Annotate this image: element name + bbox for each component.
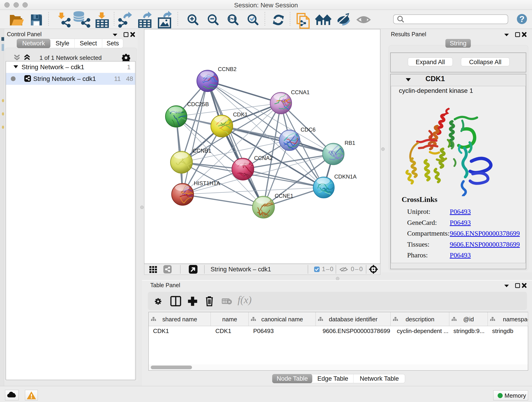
svg-text:CDC25B: CDC25B bbox=[187, 101, 209, 107]
svg-text:CDKN1A: CDKN1A bbox=[334, 173, 356, 180]
svg-text:CCNE1: CCNE1 bbox=[275, 193, 293, 199]
svg-text:CCNA1: CCNA1 bbox=[291, 89, 310, 95]
svg-text:?: ? bbox=[519, 14, 525, 24]
svg-text:CDC6: CDC6 bbox=[301, 127, 316, 133]
svg-text:CDK1: CDK1 bbox=[233, 111, 248, 118]
svg-text:HIST1H1A: HIST1H1A bbox=[194, 180, 220, 186]
svg-text:CCNA2: CCNA2 bbox=[254, 155, 273, 161]
svg-text:String Network – cdk1: String Network – cdk1 bbox=[210, 266, 271, 273]
svg-text:0 – 0: 0 – 0 bbox=[351, 266, 363, 273]
svg-text:RB1: RB1 bbox=[345, 140, 355, 146]
svg-text:CCNB1: CCNB1 bbox=[193, 148, 211, 154]
svg-text:CCNB2: CCNB2 bbox=[218, 66, 236, 72]
svg-text:1 – 0: 1 – 0 bbox=[322, 266, 333, 273]
